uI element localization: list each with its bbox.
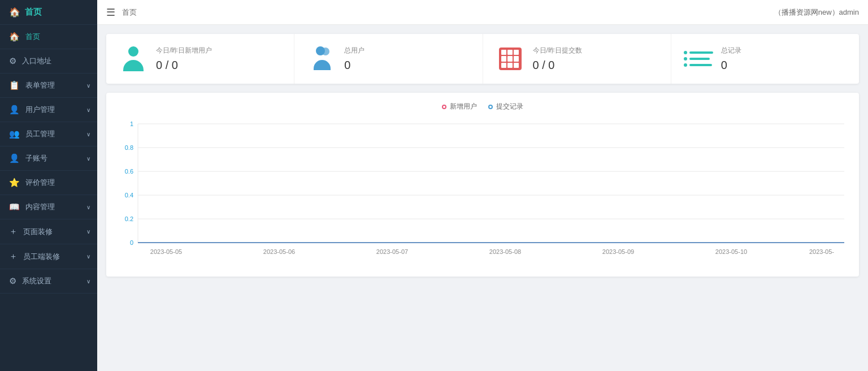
chart-area: 1 0.8 0.6 0.4 0.2 0 2023-05-05 2023-05-0… <box>115 118 850 268</box>
main-content: 今日/昨日新增用户 0 / 0 总用户 0 <box>97 25 868 371</box>
chevron-icon: ∨ <box>86 156 90 162</box>
staff-icon: 👥 <box>9 129 20 139</box>
sidebar-item-label: 用户管理 <box>25 105 55 115</box>
new-user-icon <box>120 45 147 72</box>
chart-svg: 1 0.8 0.6 0.4 0.2 0 2023-05-05 2023-05-0… <box>115 118 850 265</box>
sidebar-item-label: 员工管理 <box>25 129 55 139</box>
stat-text-total-records: 总记录 0 <box>721 46 845 72</box>
chevron-icon: ∨ <box>86 228 90 235</box>
chevron-icon: ∨ <box>86 131 90 137</box>
chevron-icon: ∨ <box>86 83 90 89</box>
sidebar-item-review[interactable]: ⭐ 评价管理 <box>0 171 97 195</box>
svg-text:0.6: 0.6 <box>125 168 133 175</box>
breadcrumb: 首页 <box>122 7 137 18</box>
home-icon: 🏠 <box>9 7 20 18</box>
legend-label: 新增用户 <box>450 102 477 111</box>
sidebar-item-staff[interactable]: 👥 员工管理 ∨ <box>0 122 97 146</box>
sidebar-item-form[interactable]: 📋 表单管理 ∨ <box>0 74 97 98</box>
svg-text:0: 0 <box>130 239 133 246</box>
user-teal-icon <box>121 46 146 71</box>
chart-legend: 新增用户 提交记录 <box>115 102 850 111</box>
chevron-icon: ∨ <box>86 278 90 284</box>
svg-text:0.2: 0.2 <box>125 215 133 222</box>
stat-value: 0 / 0 <box>156 59 280 72</box>
subaccount-icon: 👤 <box>9 153 20 163</box>
sidebar-item-staffdecor[interactable]: ＋ 员工端装修 ∨ <box>0 244 97 269</box>
stat-label: 总记录 <box>721 46 845 55</box>
svg-text:2023-05-05: 2023-05-05 <box>150 248 182 255</box>
stat-label: 总用户 <box>344 46 468 55</box>
chevron-icon: ∨ <box>86 107 90 113</box>
user-head2 <box>322 48 329 55</box>
content-icon: 📖 <box>9 202 20 212</box>
legend-submissions: 提交记录 <box>488 102 523 111</box>
stat-value: 0 / 0 <box>533 59 657 72</box>
svg-text:2023-05-: 2023-05- <box>809 248 834 255</box>
sidebar-item-subaccount[interactable]: 👤 子账号 ∨ <box>0 146 97 171</box>
main-area: ☰ 首页 （播播资源网new）admin 今日/昨日新增用户 0 / 0 <box>97 0 868 371</box>
stat-value: 0 <box>721 59 845 72</box>
svg-text:0.4: 0.4 <box>125 192 133 199</box>
user-body1 <box>314 60 331 70</box>
menu-toggle-icon[interactable]: ☰ <box>106 6 115 19</box>
sidebar-item-label: 首页 <box>25 32 40 42</box>
sidebar-item-label: 员工端装修 <box>23 252 60 262</box>
stat-label: 今日/昨日提交数 <box>533 46 657 55</box>
chevron-icon: ∨ <box>86 204 90 210</box>
stat-card-submissions: 今日/昨日提交数 0 / 0 <box>483 34 671 84</box>
sidebar-item-pagedecor[interactable]: ＋ 页面装修 ∨ <box>0 219 97 244</box>
legend-label: 提交记录 <box>496 102 523 111</box>
settings-icon: ⚙ <box>9 276 16 286</box>
home-sidebar-icon: 🏠 <box>9 32 20 42</box>
user-icon: 👤 <box>9 105 20 115</box>
user-body <box>123 60 144 71</box>
pagedecor-icon: ＋ <box>9 226 18 237</box>
sidebar-item-label: 入口地址 <box>22 56 51 66</box>
total-user-icon <box>308 45 335 72</box>
stat-text-new-users: 今日/昨日新增用户 0 / 0 <box>156 46 280 72</box>
sidebar-item-entrance[interactable]: ⚙ 入口地址 <box>0 49 97 74</box>
stat-text-submissions: 今日/昨日提交数 0 / 0 <box>533 46 657 72</box>
stat-value: 0 <box>344 59 468 72</box>
svg-text:2023-05-06: 2023-05-06 <box>263 248 295 255</box>
staffdecor-icon: ＋ <box>9 251 18 262</box>
review-icon: ⭐ <box>9 178 20 188</box>
sidebar-item-label: 表单管理 <box>25 80 55 90</box>
svg-text:0.8: 0.8 <box>125 144 133 151</box>
topbar-left: ☰ 首页 <box>106 6 137 19</box>
user-blue-icon <box>308 46 335 71</box>
legend-dot-pink <box>442 105 446 109</box>
sidebar-item-label: 子账号 <box>25 153 47 163</box>
grid-red-icon <box>499 48 522 70</box>
sidebar-item-user[interactable]: 👤 用户管理 ∨ <box>0 98 97 122</box>
stats-row: 今日/昨日新增用户 0 / 0 总用户 0 <box>106 34 859 84</box>
svg-text:1: 1 <box>130 120 133 127</box>
stat-card-total-users: 总用户 0 <box>294 34 483 84</box>
sidebar-item-label: 页面装修 <box>23 227 53 237</box>
chevron-icon: ∨ <box>86 253 90 260</box>
svg-text:2023-05-08: 2023-05-08 <box>489 248 521 255</box>
sidebar-item-label: 评价管理 <box>25 178 55 188</box>
stat-text-total-users: 总用户 0 <box>344 46 468 72</box>
sidebar-item-home[interactable]: 🏠 首页 <box>0 25 97 49</box>
sidebar-logo[interactable]: 🏠 首页 <box>0 0 97 25</box>
sidebar-item-content[interactable]: 📖 内容管理 ∨ <box>0 195 97 219</box>
stat-label: 今日/昨日新增用户 <box>156 46 280 55</box>
submission-icon <box>497 45 524 72</box>
form-icon: 📋 <box>9 80 20 90</box>
sidebar-item-label: 内容管理 <box>25 202 55 212</box>
topbar: ☰ 首页 （播播资源网new）admin <box>97 0 868 25</box>
stat-card-new-users: 今日/昨日新增用户 0 / 0 <box>106 34 294 84</box>
legend-dot-blue <box>488 105 493 109</box>
total-record-icon <box>685 45 712 72</box>
list-teal-icon <box>684 49 713 69</box>
sidebar-item-settings[interactable]: ⚙ 系统设置 ∨ <box>0 269 97 294</box>
sidebar: 🏠 首页 🏠 首页 ⚙ 入口地址 📋 表单管理 ∨ 👤 用户管理 ∨ 👥 员工管… <box>0 0 97 371</box>
stat-card-total-records: 总记录 0 <box>671 34 859 84</box>
svg-text:2023-05-07: 2023-05-07 <box>376 248 408 255</box>
entrance-icon: ⚙ <box>9 56 16 66</box>
legend-new-users: 新增用户 <box>442 102 477 111</box>
sidebar-item-label: 系统设置 <box>22 276 51 286</box>
svg-text:2023-05-09: 2023-05-09 <box>602 248 634 255</box>
sidebar-logo-label: 首页 <box>25 7 42 18</box>
